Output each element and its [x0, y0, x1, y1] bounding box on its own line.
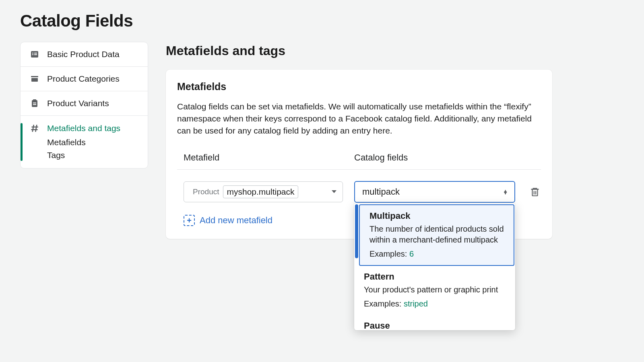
table-header: Metafield Catalog fields: [177, 148, 541, 170]
scrollbar-thumb[interactable]: [355, 204, 358, 258]
hash-icon: [29, 123, 40, 134]
svg-line-13: [33, 125, 34, 132]
plus-dashed-icon: +: [184, 215, 195, 226]
svg-rect-8: [33, 99, 36, 101]
dropdown-option-example: Examples: striped: [364, 299, 506, 309]
sidebar-subitem-metafields[interactable]: Metafields: [21, 136, 148, 149]
metafields-card: Metafields Catalog fields can be set via…: [166, 70, 552, 239]
clipboard-icon: [29, 98, 40, 109]
card-description: Catalog fields can be set via metafields…: [177, 101, 541, 136]
section-title: Metafields and tags: [166, 43, 552, 58]
column-header-metafield: Metafield: [184, 152, 343, 163]
dropdown-option-title: Pause: [364, 321, 506, 330]
sidebar-item-label: Basic Product Data: [47, 49, 120, 59]
dropdown-option-pause[interactable]: Pause: [354, 315, 515, 330]
svg-rect-3: [32, 54, 33, 55]
metafield-scope-label: Product: [193, 187, 219, 196]
sidebar-item-label: Product Categories: [47, 74, 120, 84]
delete-row-button[interactable]: [526, 185, 541, 199]
svg-rect-9: [33, 103, 36, 103]
sort-icon: ▲▼: [503, 190, 508, 195]
svg-rect-1: [32, 53, 33, 53]
page-title: Catalog Fields: [20, 11, 624, 31]
svg-rect-2: [34, 53, 37, 53]
sidebar-item-metafields-and-tags[interactable]: Metafields and tags Metafields Tags: [21, 116, 148, 168]
dropdown-option-title: Pattern: [364, 272, 506, 282]
metafield-key-chip: myshop.multipack: [223, 185, 298, 198]
svg-rect-5: [31, 76, 38, 77]
sidebar-item-label: Metafields and tags: [47, 123, 120, 133]
list-icon: [29, 49, 40, 60]
sidebar-item-basic-product-data[interactable]: Basic Product Data: [21, 42, 148, 67]
sidebar-subitem-tags[interactable]: Tags: [21, 149, 148, 162]
svg-line-14: [35, 125, 37, 132]
sidebar-item-product-variants[interactable]: Product Variants: [21, 91, 148, 116]
catalog-field-value: multipack: [362, 187, 400, 197]
dropdown-option-description: Your product's pattern or graphic print: [364, 284, 506, 295]
dropdown-option-title: Multipack: [369, 211, 505, 221]
add-metafield-label: Add new metafield: [200, 215, 272, 226]
dropdown-option-multipack[interactable]: Multipack The number of identical produc…: [359, 204, 514, 266]
chevron-down-icon: [331, 188, 337, 195]
column-header-catalog-fields: Catalog fields: [354, 152, 535, 163]
svg-rect-4: [34, 54, 37, 55]
metafield-select[interactable]: Product myshop.multipack: [184, 181, 343, 202]
sidebar: Basic Product Data Product Categories Pr…: [20, 42, 148, 169]
catalog-field-dropdown: Multipack The number of identical produc…: [354, 204, 515, 330]
svg-rect-7: [32, 100, 37, 107]
table-row: Product myshop.multipack multipack ▲▼: [177, 170, 541, 203]
dropdown-option-example: Examples: 6: [369, 249, 505, 259]
sidebar-item-product-categories[interactable]: Product Categories: [21, 67, 148, 91]
stack-icon: [29, 74, 40, 84]
svg-rect-10: [33, 104, 36, 105]
dropdown-option-description: The number of identical products sold wi…: [369, 224, 505, 245]
dropdown-option-pattern[interactable]: Pattern Your product's pattern or graphi…: [354, 266, 515, 315]
catalog-field-select[interactable]: multipack ▲▼: [354, 181, 515, 203]
svg-rect-6: [31, 78, 38, 82]
sidebar-item-label: Product Variants: [47, 99, 109, 108]
card-heading: Metafields: [177, 81, 541, 93]
svg-rect-15: [533, 189, 538, 196]
